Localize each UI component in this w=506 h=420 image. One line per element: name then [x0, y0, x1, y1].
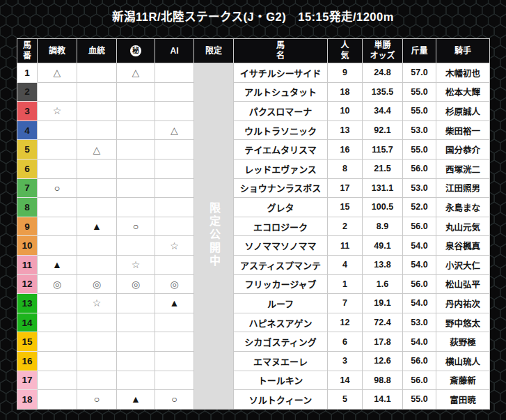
mark-ai-cell: ☆	[155, 236, 194, 256]
win-odds-cell: 12.6	[363, 351, 403, 371]
col-header-popularity: 人 気	[328, 39, 363, 63]
popularity-cell: 18	[328, 82, 363, 102]
col-header-win-odds: 単勝 オッズ	[363, 39, 403, 63]
weight-cell: 54.0	[403, 255, 436, 274]
popularity-cell: 1	[328, 274, 363, 294]
popularity-cell: 14	[328, 371, 363, 390]
mark-ai-cell	[155, 140, 194, 160]
popularity-cell: 2	[328, 217, 363, 236]
horse-name-cell: シカゴスティング	[234, 332, 328, 352]
header-row: 馬 番 調教 血統 秘 AI 限定 馬 名 人 気 単勝 オッズ 斤量 騎手	[17, 39, 490, 63]
col-header-ai: AI	[155, 39, 194, 63]
mark-chokyo-cell: ☆	[38, 102, 77, 121]
horse-name-cell: ハピネスアゲン	[234, 313, 328, 332]
horse-number-cell: 7	[17, 178, 38, 198]
mark-kettou-cell	[77, 371, 117, 390]
weight-cell: 56.0	[403, 351, 436, 371]
mark-maruhi-cell: ▲	[117, 390, 155, 410]
horse-name-cell: テイエムタリスマ	[234, 140, 328, 160]
win-odds-cell: 13.8	[363, 255, 403, 274]
jockey-cell: 永島まな	[436, 198, 490, 217]
horse-number-cell: 12	[17, 274, 38, 294]
horse-name-cell: ショウナンラスボス	[234, 178, 328, 198]
horse-number-cell: 15	[17, 332, 38, 352]
horse-row-5: 5△テイエムタリスマ16115.755.0国分恭介	[17, 140, 490, 160]
win-odds-cell: 17.8	[363, 332, 403, 352]
weight-cell: 53.0	[403, 313, 436, 332]
mark-maruhi-cell	[117, 371, 155, 390]
mark-ai-cell	[155, 159, 194, 178]
horse-name-cell: アルトシュタット	[234, 82, 328, 102]
mark-ai-cell: △	[155, 120, 194, 140]
horse-row-15: 15シカゴスティング617.854.0荻野極	[17, 332, 490, 352]
mark-kettou-cell	[77, 63, 117, 83]
win-odds-cell: 49.1	[363, 236, 403, 256]
mark-chokyo-cell	[38, 236, 77, 256]
win-odds-cell: 135.5	[363, 82, 403, 102]
jockey-cell: 西塚洸二	[436, 159, 490, 178]
mark-ai-cell	[155, 63, 194, 83]
horse-name-cell: ウルトラソニック	[234, 120, 328, 140]
horse-number-cell: 2	[17, 82, 38, 102]
mark-chokyo-cell	[38, 120, 77, 140]
weight-cell: 53.0	[403, 178, 436, 198]
limited-release-overlay[interactable]: 限定公開中	[194, 63, 234, 410]
mark-maruhi-cell	[117, 198, 155, 217]
horse-row-14: 14ハピネスアゲン1272.453.0野中悠太	[17, 313, 490, 332]
weight-cell: 54.0	[403, 294, 436, 313]
horse-name-cell: トールキン	[234, 371, 328, 390]
jockey-cell: 丹内祐次	[436, 294, 490, 313]
horse-number-cell: 3	[17, 102, 38, 121]
win-odds-cell: 14.1	[363, 390, 403, 410]
horse-number-cell: 9	[17, 217, 38, 236]
race-title: 新潟11R/北陸ステークス(J・G2) 15:15発走/1200m	[0, 8, 506, 24]
popularity-cell: 3	[328, 351, 363, 371]
horse-number-cell: 5	[17, 140, 38, 160]
mark-kettou-cell: ☆	[77, 294, 117, 313]
horse-name-cell: パクスロマーナ	[234, 102, 328, 121]
mark-maruhi-cell	[117, 82, 155, 102]
mark-chokyo-cell: ▲	[38, 255, 77, 274]
weight-cell: 56.0	[403, 217, 436, 236]
popularity-cell: 5	[328, 390, 363, 410]
horse-row-10: 10☆ソノママソノママ1149.154.0泉谷楓真	[17, 236, 490, 256]
popularity-cell: 6	[328, 332, 363, 352]
popularity-cell: 16	[328, 140, 363, 160]
weight-cell: 54.0	[403, 332, 436, 352]
mark-kettou-cell	[77, 236, 117, 256]
col-header-jockey: 騎手	[436, 39, 490, 63]
horse-number-cell: 16	[17, 351, 38, 371]
mark-ai-cell: ▲	[155, 294, 194, 313]
horse-number-cell: 13	[17, 294, 38, 313]
horse-row-4: 4△ウルトラソニック1392.153.0柴田裕一	[17, 120, 490, 140]
horse-number-cell: 4	[17, 120, 38, 140]
horse-row-8: 8グレタ15100.552.0永島まな	[17, 198, 490, 217]
mark-maruhi-cell	[117, 332, 155, 352]
col-header-limited: 限定	[194, 39, 234, 63]
horse-name-cell: エマヌエーレ	[234, 351, 328, 371]
weight-cell: 56.0	[403, 159, 436, 178]
horse-number-cell: 8	[17, 198, 38, 217]
win-odds-cell: 72.4	[363, 313, 403, 332]
mark-kettou-cell	[77, 178, 117, 198]
popularity-cell: 11	[328, 236, 363, 256]
mark-maruhi-cell	[117, 236, 155, 256]
popularity-cell: 17	[328, 178, 363, 198]
horse-name-cell: ソルトクィーン	[234, 390, 328, 410]
horse-name-cell: エコロジーク	[234, 217, 328, 236]
jockey-cell: 泉谷楓真	[436, 236, 490, 256]
horse-number-cell: 18	[17, 390, 38, 410]
mark-kettou-cell: ◎	[77, 274, 117, 294]
jockey-cell: 杉原誠人	[436, 102, 490, 121]
mark-chokyo-cell	[38, 217, 77, 236]
mark-chokyo-cell	[38, 390, 77, 410]
col-header-horse-number: 馬 番	[17, 39, 38, 63]
win-odds-cell: 24.8	[363, 63, 403, 83]
jockey-cell: 木幡初也	[436, 63, 490, 83]
mark-chokyo-cell: △	[38, 63, 77, 83]
horse-number-cell: 14	[17, 313, 38, 332]
horse-row-1: 1△△限定公開中イサチルシーサイド924.857.0木幡初也	[17, 63, 490, 83]
win-odds-cell: 1.6	[363, 274, 403, 294]
mark-kettou-cell	[77, 255, 117, 274]
mark-ai-cell	[155, 82, 194, 102]
